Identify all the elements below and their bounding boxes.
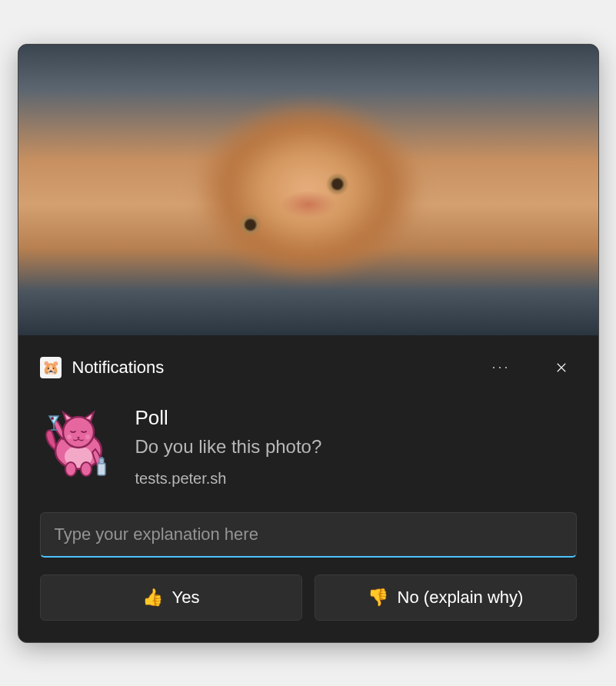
app-icon: 🐹	[40, 357, 62, 378]
ellipsis-icon: ···	[491, 359, 510, 375]
close-icon	[554, 361, 568, 375]
notification-card: 🐹 Notifications ···	[18, 44, 599, 643]
svg-point-10	[81, 462, 92, 476]
hamster-icon: 🐹	[42, 359, 59, 376]
button-row: 👍 Yes 👎 No (explain why)	[40, 574, 577, 621]
body-row: Poll Do you like this photo? tests.peter…	[40, 405, 577, 512]
yes-button[interactable]: 👍 Yes	[40, 574, 302, 621]
header-row: 🐹 Notifications ···	[40, 335, 577, 405]
svg-point-9	[65, 462, 76, 476]
thumbs-down-icon: 👎	[368, 588, 388, 608]
notification-message: Do you like this photo?	[135, 436, 322, 458]
svg-point-12	[67, 435, 72, 439]
svg-rect-8	[99, 458, 104, 464]
body-text: Poll Do you like this photo? tests.peter…	[135, 405, 322, 488]
app-avatar	[40, 405, 117, 481]
close-button[interactable]	[546, 352, 577, 383]
yes-button-label: Yes	[172, 588, 200, 608]
party-cat-icon	[40, 405, 117, 481]
svg-point-13	[85, 435, 90, 439]
explanation-input[interactable]	[40, 512, 577, 558]
notification-source: tests.peter.sh	[135, 470, 322, 488]
notification-title: Poll	[135, 406, 322, 430]
svg-rect-7	[98, 463, 105, 475]
thumbs-up-icon: 👍	[142, 588, 163, 608]
no-button-label: No (explain why)	[398, 588, 524, 608]
app-name-label: Notifications	[72, 358, 475, 378]
svg-point-6	[51, 417, 54, 420]
more-options-button[interactable]: ···	[486, 352, 517, 383]
card-content: 🐹 Notifications ···	[18, 335, 598, 642]
no-button[interactable]: 👎 No (explain why)	[315, 574, 577, 621]
hero-image	[18, 45, 598, 335]
input-wrapper	[40, 512, 577, 558]
